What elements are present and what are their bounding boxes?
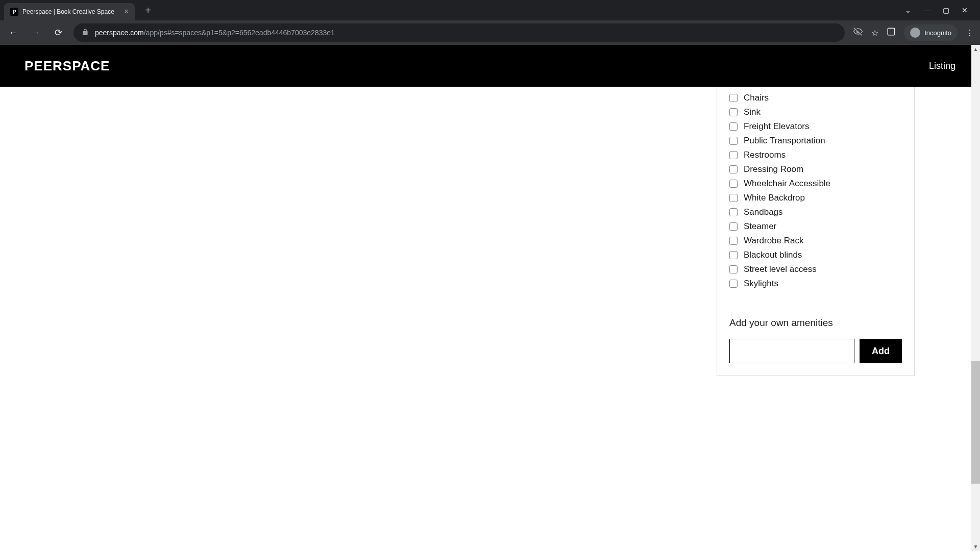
amenity-label[interactable]: White Backdrop <box>744 193 805 203</box>
add-button[interactable]: Add <box>860 339 902 363</box>
amenity-checkbox[interactable] <box>729 122 738 131</box>
eye-off-icon[interactable] <box>853 27 863 39</box>
tab-title: Peerspace | Book Creative Space <box>22 8 120 15</box>
close-window-icon[interactable]: ✕ <box>962 6 968 14</box>
star-icon[interactable]: ☆ <box>871 28 878 38</box>
amenity-item: White Backdrop <box>729 193 902 203</box>
amenity-label[interactable]: Sink <box>744 107 761 117</box>
amenity-checkbox[interactable] <box>729 280 738 288</box>
incognito-badge[interactable]: Incognito <box>904 24 958 41</box>
toolbar-right: ☆ Incognito ⋮ <box>853 24 974 41</box>
scroll-down-icon[interactable]: ▼ <box>971 542 980 551</box>
browser-tab[interactable]: P Peerspace | Book Creative Space × <box>4 3 135 20</box>
amenity-item: Sink <box>729 107 902 117</box>
window-controls: ⌄ — ▢ ✕ <box>905 6 976 14</box>
amenity-label[interactable]: Wardrobe Rack <box>744 236 803 246</box>
amenity-checkbox[interactable] <box>729 165 738 173</box>
amenity-checkbox[interactable] <box>729 222 738 231</box>
amenity-item: Wheelchair Accessible <box>729 179 902 189</box>
amenity-item: Skylights <box>729 279 902 289</box>
add-amenity-title: Add your own amenities <box>729 317 902 329</box>
amenity-item: Steamer <box>729 221 902 232</box>
amenity-checkbox[interactable] <box>729 265 738 273</box>
amenity-label[interactable]: Dressing Room <box>744 164 803 174</box>
amenity-checkbox[interactable] <box>729 251 738 259</box>
amenities-panel: ChairsSinkFreight ElevatorsPublic Transp… <box>717 87 915 376</box>
listing-link[interactable]: Listing <box>929 61 955 71</box>
logo[interactable]: PEERSPACE <box>24 58 110 74</box>
new-tab-button[interactable]: + <box>141 3 155 17</box>
amenity-checkbox[interactable] <box>729 237 738 245</box>
amenity-checkbox[interactable] <box>729 208 738 216</box>
amenity-label[interactable]: Street level access <box>744 264 817 274</box>
browser-toolbar: ← → ⟳ peerspace.com/app/ps#s=spaces&p1=5… <box>0 20 980 45</box>
amenity-checkbox[interactable] <box>729 194 738 202</box>
amenity-checkbox[interactable] <box>729 151 738 159</box>
amenity-item: Freight Elevators <box>729 121 902 132</box>
menu-icon[interactable]: ⋮ <box>966 28 974 38</box>
amenity-label[interactable]: Chairs <box>744 93 769 103</box>
add-amenity-section: Add your own amenities Add <box>729 317 902 363</box>
scrollbar-thumb[interactable] <box>971 361 980 484</box>
tab-bar: P Peerspace | Book Creative Space × + ⌄ … <box>0 0 980 20</box>
scroll-up-icon[interactable]: ▲ <box>971 45 980 54</box>
add-amenity-row: Add <box>729 339 902 363</box>
lock-icon <box>82 29 89 37</box>
amenity-item: Street level access <box>729 264 902 274</box>
amenity-item: Sandbags <box>729 207 902 217</box>
page: PEERSPACE Listing ChairsSinkFreight Elev… <box>0 45 980 551</box>
amenity-label[interactable]: Blackout blinds <box>744 250 802 260</box>
incognito-label: Incognito <box>924 29 951 37</box>
back-button[interactable]: ← <box>6 28 20 38</box>
amenity-label[interactable]: Skylights <box>744 279 778 289</box>
amenity-label[interactable]: Restrooms <box>744 150 786 160</box>
amenity-checkbox[interactable] <box>729 180 738 188</box>
amenity-item: Dressing Room <box>729 164 902 174</box>
extensions-icon[interactable] <box>887 27 896 38</box>
amenity-label[interactable]: Freight Elevators <box>744 121 810 132</box>
url-text: peerspace.com/app/ps#s=spaces&p1=5&p2=65… <box>95 29 335 37</box>
amenity-item: Chairs <box>729 93 902 103</box>
tab-favicon: P <box>10 8 18 16</box>
add-amenity-input[interactable] <box>729 339 854 363</box>
maximize-icon[interactable]: ▢ <box>943 6 949 14</box>
browser-chrome: P Peerspace | Book Creative Space × + ⌄ … <box>0 0 980 45</box>
amenity-item: Wardrobe Rack <box>729 236 902 246</box>
amenity-checkbox[interactable] <box>729 94 738 102</box>
amenity-label[interactable]: Wheelchair Accessible <box>744 179 830 189</box>
minimize-icon[interactable]: — <box>923 6 930 14</box>
content-area: ChairsSinkFreight ElevatorsPublic Transp… <box>0 87 980 551</box>
amenity-item: Blackout blinds <box>729 250 902 260</box>
chevron-down-icon[interactable]: ⌄ <box>905 6 911 14</box>
reload-button[interactable]: ⟳ <box>51 27 65 38</box>
amenities-checklist: ChairsSinkFreight ElevatorsPublic Transp… <box>729 93 902 289</box>
amenity-item: Restrooms <box>729 150 902 160</box>
incognito-icon <box>910 28 920 38</box>
url-bar[interactable]: peerspace.com/app/ps#s=spaces&p1=5&p2=65… <box>74 23 845 42</box>
forward-button[interactable]: → <box>29 28 43 38</box>
amenity-label[interactable]: Public Transportation <box>744 136 825 146</box>
scrollbar[interactable]: ▲ ▼ <box>971 45 980 551</box>
site-header: PEERSPACE Listing <box>0 45 980 87</box>
amenity-checkbox[interactable] <box>729 137 738 145</box>
svg-rect-0 <box>888 28 895 35</box>
amenity-label[interactable]: Sandbags <box>744 207 783 217</box>
amenity-checkbox[interactable] <box>729 108 738 116</box>
amenity-label[interactable]: Steamer <box>744 221 776 232</box>
amenity-item: Public Transportation <box>729 136 902 146</box>
close-icon[interactable]: × <box>124 7 129 16</box>
